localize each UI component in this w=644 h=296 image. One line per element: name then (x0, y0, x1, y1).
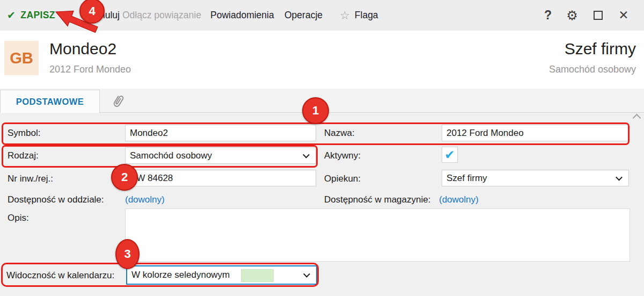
rodzaj-select[interactable]: Samochód osobowy (125, 147, 316, 164)
toolbar: ✔ ZAPISZ ✖ Anuluj Odłącz powiązanie Powi… (0, 0, 644, 31)
rodzaj-value: Samochód osobowy (130, 150, 212, 161)
unlink-button[interactable]: Odłącz powiązanie (122, 0, 201, 31)
record-category: Samochód osobowy (549, 64, 636, 75)
paperclip-icon (107, 91, 128, 112)
opis-label: Opis: (8, 213, 29, 223)
notifications-button[interactable]: Powiadomienia (210, 0, 274, 31)
aktywny-checkbox[interactable]: ✔ (442, 147, 458, 163)
record-title: Mondeo2 (49, 40, 116, 58)
dost-oddzial-link[interactable]: (dowolny) (125, 194, 165, 205)
close-button[interactable]: ✕ (612, 0, 635, 31)
cancel-x-icon: ✖ (80, 10, 87, 21)
opiekun-select[interactable]: Szef firmy (442, 170, 629, 186)
operations-button[interactable]: Operacje (284, 0, 323, 31)
nazwa-input[interactable] (442, 125, 629, 141)
gear-icon: ⚙ (566, 8, 578, 23)
settings-button[interactable]: ⚙ (561, 0, 583, 31)
cancel-button[interactable]: ✖ Anuluj (80, 0, 120, 31)
record-owner: Szef firmy (565, 40, 636, 58)
unlink-label: Odłącz powiązanie (122, 10, 201, 21)
save-check-icon: ✔ (7, 9, 16, 21)
nr-inw-label: Nr inw./rej.: (8, 174, 53, 184)
color-swatch-seledynowy (241, 269, 274, 282)
opiekun-label: Opiekun: (324, 174, 361, 184)
tab-podstawowe[interactable]: PODSTAWOWE (0, 90, 100, 113)
help-button[interactable]: ? (538, 0, 558, 31)
avatar: GB (4, 41, 39, 75)
symbol-label: Symbol: (8, 128, 40, 139)
cancel-label: Anuluj (93, 10, 120, 21)
checkbox-check-icon: ✔ (444, 149, 455, 161)
flag-button[interactable]: ☆ Flaga (340, 0, 378, 31)
record-subtitle: 2012 Ford Mondeo (49, 64, 131, 75)
nr-inw-input[interactable] (125, 170, 316, 186)
widocznosc-value: W kolorze seledynowym (131, 270, 230, 280)
form-content: Symbol: Nazwa: Rodzaj: Samochód osobowy … (0, 113, 644, 296)
dost-oddzial-label: Dostępność w oddziale: (8, 194, 104, 205)
rodzaj-label: Rodzaj: (8, 150, 39, 161)
maximize-button[interactable] (587, 0, 609, 31)
notifications-label: Powiadomienia (210, 10, 274, 21)
chevron-down-icon (616, 174, 623, 181)
resource-edit-window: ✔ ZAPISZ ✖ Anuluj Odłącz powiązanie Powi… (0, 0, 644, 296)
chevron-down-icon (303, 271, 310, 278)
widocznosc-select[interactable]: W kolorze seledynowym (126, 265, 317, 285)
dost-magazyn-label: Dostępność w magazynie: (324, 194, 430, 205)
star-icon: ☆ (340, 9, 350, 22)
save-label: ZAPISZ (20, 10, 55, 21)
tab-strip: PODSTAWOWE (0, 89, 644, 113)
aktywny-label: Aktywny: (324, 150, 361, 161)
widocznosc-label: Widoczność w kalendarzu: (6, 270, 114, 281)
tab-attachments[interactable] (100, 90, 135, 113)
flag-label: Flaga (355, 10, 378, 21)
maximize-icon (594, 11, 603, 20)
symbol-input[interactable] (125, 125, 316, 141)
save-button[interactable]: ✔ ZAPISZ (7, 0, 55, 31)
opiekun-value: Szef firmy (447, 173, 487, 184)
dost-magazyn-link[interactable]: (dowolny) (439, 194, 479, 205)
chevron-down-icon (303, 151, 310, 158)
help-icon: ? (544, 8, 552, 23)
operations-label: Operacje (284, 10, 323, 21)
record-header: GB Mondeo2 2012 Ford Mondeo Szef firmy S… (0, 31, 644, 89)
nazwa-label: Nazwa: (324, 128, 355, 139)
scrollbar-up-icon[interactable] (633, 114, 641, 122)
close-icon: ✕ (618, 8, 628, 23)
opis-textarea[interactable] (125, 208, 630, 262)
